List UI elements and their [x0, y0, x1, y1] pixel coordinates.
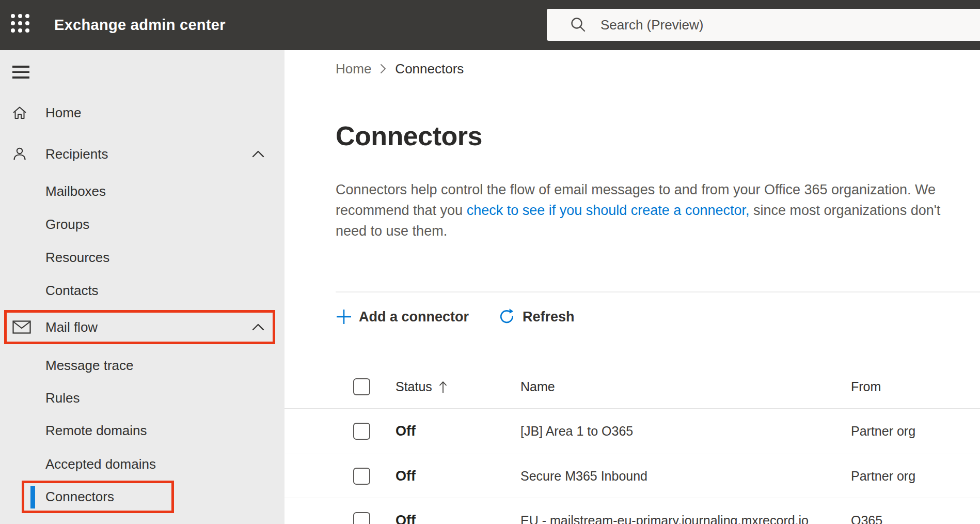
sidebar-item-rules[interactable]: Rules: [0, 381, 284, 414]
breadcrumb-current[interactable]: Connectors: [395, 61, 464, 77]
plus-icon: [336, 309, 352, 325]
row-checkbox[interactable]: [353, 468, 370, 485]
main-content: Home Connectors Connectors Connectors he…: [284, 50, 980, 524]
chevron-right-icon: [380, 64, 386, 74]
connector-from: Partner org: [851, 469, 980, 484]
selected-item-indicator: [30, 486, 35, 508]
person-icon: [11, 146, 28, 162]
sidebar-item-message-trace[interactable]: Message trace: [0, 349, 284, 382]
search-box[interactable]: [547, 9, 980, 41]
sidebar-item-label: Resources: [0, 250, 109, 266]
page-description: Connectors help control the flow of emai…: [336, 179, 963, 241]
add-connector-button[interactable]: Add a connector: [336, 309, 469, 325]
connector-name: Secure M365 Inbound: [520, 469, 851, 484]
sidebar-item-label: Message trace: [0, 358, 134, 374]
toolbar-divider: [336, 291, 980, 292]
column-header-name[interactable]: Name: [520, 379, 851, 394]
breadcrumb-home-link[interactable]: Home: [336, 61, 371, 77]
connector-from: O365: [851, 513, 980, 524]
refresh-icon: [498, 308, 516, 326]
connector-status: Off: [396, 513, 416, 524]
sidebar-item-accepted-domains[interactable]: Accepted domains: [0, 448, 284, 481]
connector-name: EU - mailstream-eu-primary.journaling.mx…: [520, 513, 851, 524]
sidebar-item-label: Remote domains: [0, 423, 147, 439]
app-title: Exchange admin center: [54, 0, 226, 50]
sidebar-item-resources[interactable]: Resources: [0, 241, 284, 274]
sidebar-item-mail-flow[interactable]: Mail flow: [4, 310, 275, 344]
table-header-row: Status Name From: [284, 365, 980, 409]
sidebar-item-home[interactable]: Home: [0, 96, 284, 129]
table-row[interactable]: Off Secure M365 Inbound Partner org: [284, 454, 980, 498]
refresh-button[interactable]: Refresh: [498, 308, 575, 326]
sidebar-item-label: Groups: [0, 217, 89, 233]
top-app-bar: Exchange admin center: [0, 0, 980, 50]
sidebar-item-label: Mailboxes: [0, 183, 106, 199]
sidebar-item-label: Contacts: [0, 283, 99, 299]
column-header-from[interactable]: From: [851, 379, 980, 394]
sidebar-item-label: Connectors: [24, 489, 114, 505]
search-icon: [570, 16, 587, 34]
add-connector-label: Add a connector: [359, 309, 469, 325]
left-navigation: Home Recipients Mailboxes Groups Resourc…: [0, 50, 284, 524]
sidebar-item-recipients[interactable]: Recipients: [0, 137, 284, 171]
sidebar-item-label: Rules: [0, 390, 80, 406]
mail-icon: [12, 320, 31, 334]
breadcrumb: Home Connectors: [336, 60, 464, 77]
connector-from: Partner org: [851, 424, 980, 439]
sidebar-item-mailboxes[interactable]: Mailboxes: [0, 175, 284, 208]
chevron-up-icon: [251, 323, 265, 331]
sidebar-item-contacts[interactable]: Contacts: [0, 274, 284, 307]
select-all-checkbox[interactable]: [353, 378, 370, 395]
refresh-label: Refresh: [523, 309, 575, 325]
create-connector-check-link[interactable]: check to see if you should create a conn…: [467, 203, 750, 218]
app-launcher-waffle-icon[interactable]: [11, 14, 33, 36]
page-title: Connectors: [336, 120, 482, 151]
connector-name: [JB] Area 1 to O365: [520, 424, 851, 439]
column-header-status[interactable]: Status: [396, 379, 432, 394]
sidebar-item-connectors[interactable]: Connectors: [22, 481, 174, 513]
row-checkbox[interactable]: [353, 423, 370, 440]
connector-status: Off: [396, 423, 416, 439]
hamburger-menu-icon[interactable]: [12, 66, 29, 82]
row-checkbox[interactable]: [353, 512, 370, 524]
chevron-up-icon: [251, 150, 265, 158]
sidebar-item-label: Accepted domains: [0, 456, 156, 472]
connector-status: Off: [396, 468, 416, 484]
sidebar-item-groups[interactable]: Groups: [0, 208, 284, 241]
search-input[interactable]: [600, 17, 910, 33]
table-row[interactable]: Off EU - mailstream-eu-primary.journalin…: [284, 498, 980, 524]
sort-ascending-arrow-icon: [438, 380, 448, 394]
sidebar-item-remote-domains[interactable]: Remote domains: [0, 414, 284, 447]
command-bar: Add a connector Refresh: [336, 301, 575, 332]
home-icon: [11, 104, 28, 121]
table-row[interactable]: Off [JB] Area 1 to O365 Partner org: [284, 409, 980, 454]
